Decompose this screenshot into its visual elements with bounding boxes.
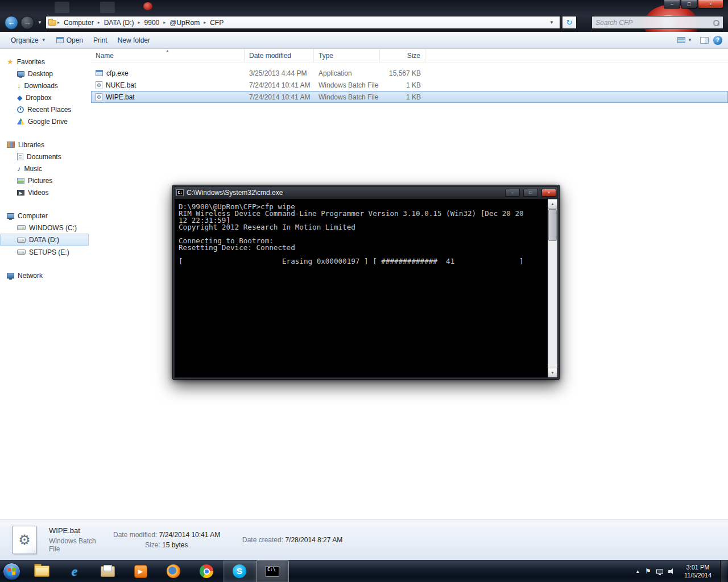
item-label: Recent Places (27, 106, 71, 114)
file-name: WIPE.bat (106, 93, 135, 101)
libraries-icon (7, 142, 15, 148)
scroll-down-button[interactable]: ▼ (548, 368, 557, 377)
forward-button[interactable]: → (20, 16, 34, 30)
console-line: RIM Wireless Device Command-Line Program… (179, 209, 545, 216)
sidebar-item-downloads[interactable]: ↓ Downloads (0, 80, 91, 92)
drive-icon (17, 238, 26, 243)
search-input[interactable] (595, 19, 713, 27)
details-pane: ⚙ WIPE.bat Windows Batch File Date modif… (0, 519, 728, 560)
start-button[interactable] (3, 563, 20, 580)
hidden-icons-button[interactable]: ▲ (635, 569, 640, 574)
sort-ascending-icon: ▲ (166, 49, 169, 52)
taskbar-explorer-button[interactable] (25, 560, 58, 582)
file-row-nuke-bat[interactable]: ⚙ NUKE.bat 7/24/2014 10:41 AM Windows Ba… (91, 79, 728, 91)
sidebar-item-desktop[interactable]: Desktop (0, 68, 91, 80)
scroll-thumb[interactable] (548, 209, 557, 241)
sidebar-item-windows-c[interactable]: WINDOWS (C:) (0, 222, 91, 234)
sidebar-section-libraries[interactable]: Libraries (0, 139, 91, 151)
action-center-icon[interactable]: ⚑ (645, 567, 651, 575)
taskbar-media-player-button[interactable]: ▶ (124, 560, 157, 582)
taskbar-skype-button[interactable]: S (223, 560, 256, 582)
back-button[interactable]: ← (5, 16, 18, 30)
file-date: 7/24/2014 10:41 AM (245, 79, 314, 91)
breadcrumb-cfp[interactable]: CFP (207, 18, 226, 28)
documents-icon (17, 153, 23, 160)
pictures-icon (17, 178, 24, 184)
sidebar-item-recent-places[interactable]: Recent Places (0, 103, 91, 115)
details-created-label: Date created: (242, 536, 283, 544)
item-label: Desktop (28, 70, 53, 78)
nav-history-dropdown[interactable]: ▼ (38, 20, 42, 25)
console-scrollbar[interactable]: ▲ ▼ (548, 199, 557, 377)
organize-button[interactable]: Organize ▼ (6, 34, 51, 47)
taskbar-documents-button[interactable] (91, 560, 124, 582)
cmd-close-button[interactable]: × (541, 189, 556, 197)
view-controls: ▼ ? (674, 35, 722, 45)
sidebar-section-favorites[interactable]: ★ Favorites (0, 56, 91, 68)
maximize-button[interactable]: □ (681, 0, 697, 9)
console-line: D:\9900\@UpRom\CFP>cfp wipe (179, 202, 545, 209)
cmd-title-bar[interactable]: C: C:\Windows\System32\cmd.exe – □ × (175, 187, 557, 198)
drive-icon (17, 250, 26, 255)
item-label: Dropbox (26, 94, 51, 102)
new-folder-button[interactable]: New folder (113, 34, 155, 47)
scroll-up-button[interactable]: ▲ (548, 199, 557, 209)
volume-icon[interactable] (668, 568, 676, 575)
column-header-size[interactable]: Size (380, 49, 425, 62)
sidebar-item-music[interactable]: ♪ Music (0, 163, 91, 174)
address-bar[interactable]: ▸ Computer ▸ DATA (D:) ▸ 9900 ▸ @UpRom ▸… (46, 16, 560, 29)
file-row-cfp-exe[interactable]: cfp.exe 3/25/2013 4:44 PM Application 15… (91, 67, 728, 79)
cmd-icon: C: (176, 189, 184, 196)
sidebar-section-network[interactable]: Network (0, 269, 91, 281)
firefox-icon (167, 564, 180, 578)
help-button[interactable]: ? (713, 36, 722, 45)
column-header-date-modified[interactable]: Date modified (245, 49, 314, 62)
show-desktop-button[interactable] (720, 560, 727, 582)
network-tray-icon[interactable] (656, 569, 663, 574)
taskbar-cmd-button[interactable] (256, 560, 289, 582)
console-progress-line: [ Erasing 0x00000197 ] [ ############# 4… (179, 257, 545, 264)
close-button[interactable]: × (698, 0, 723, 9)
cmd-maximize-button[interactable]: □ (523, 189, 538, 197)
sidebar-item-setups-e[interactable]: SETUPS (E:) (0, 246, 91, 258)
refresh-button[interactable]: ↻ (562, 16, 577, 29)
minimize-button[interactable]: – (664, 0, 680, 9)
item-label: Documents (27, 153, 61, 161)
breadcrumb-computer[interactable]: Computer (61, 18, 97, 28)
internet-explorer-icon: e (72, 564, 78, 579)
sidebar-section-computer[interactable]: Computer (0, 210, 91, 222)
file-date: 7/24/2014 10:41 AM (245, 91, 314, 103)
application-icon (96, 70, 103, 76)
taskbar-clock[interactable]: 3:01 PM 11/5/2014 (681, 563, 715, 579)
print-button[interactable]: Print (88, 34, 113, 47)
breadcrumb-data-d[interactable]: DATA (D:) (101, 18, 137, 28)
breadcrumb-separator-icon: ▸ (98, 20, 100, 25)
sidebar-item-dropbox[interactable]: ◆ Dropbox (0, 92, 91, 103)
details-modified-value: 7/24/2014 10:41 AM (159, 531, 220, 539)
breadcrumb-9900[interactable]: 9900 (142, 18, 163, 28)
file-row-wipe-bat[interactable]: ⚙ WIPE.bat 7/24/2014 10:41 AM Windows Ba… (91, 91, 728, 103)
taskbar-firefox-button[interactable] (157, 560, 190, 582)
sidebar-item-pictures[interactable]: Pictures (0, 174, 91, 186)
address-dropdown[interactable]: ▼ (546, 20, 557, 25)
item-label: SETUPS (E:) (29, 248, 69, 256)
open-button[interactable]: Open (51, 34, 88, 47)
wallpaper-glare (55, 2, 69, 13)
sidebar-item-data-d[interactable]: DATA (D:) (0, 234, 89, 246)
cmd-minimize-button[interactable]: – (505, 189, 520, 197)
skype-icon: S (233, 564, 246, 578)
sidebar-item-documents[interactable]: Documents (0, 151, 91, 163)
column-header-type[interactable]: Type (314, 49, 380, 62)
sidebar-item-videos[interactable]: ▶ Videos (0, 186, 91, 198)
taskbar-chrome-button[interactable] (190, 560, 223, 582)
file-size: 1 KB (380, 79, 425, 91)
column-header-name[interactable]: ▲ Name (91, 49, 245, 62)
details-file-type: Windows Batch File (49, 537, 109, 553)
breadcrumb-uprom[interactable]: @UpRom (167, 18, 202, 28)
file-name: NUKE.bat (106, 81, 136, 89)
file-type: Windows Batch File (314, 91, 380, 103)
preview-pane-button[interactable] (700, 37, 709, 44)
sidebar-item-google-drive[interactable]: Google Drive (0, 115, 91, 127)
taskbar-internet-explorer-button[interactable]: e (58, 560, 91, 582)
change-view-button[interactable]: ▼ (674, 35, 696, 45)
